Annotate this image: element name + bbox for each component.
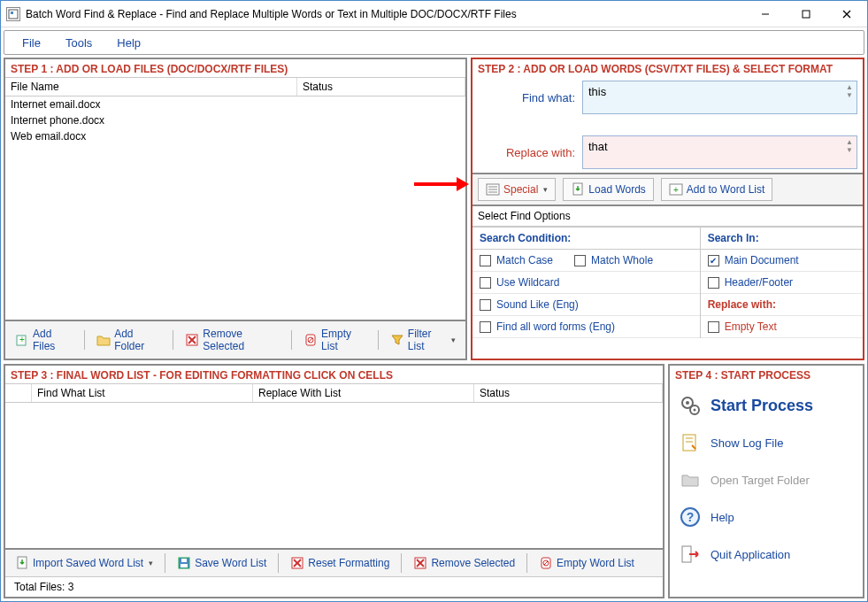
replace-with-input[interactable]: that▲▼	[582, 135, 857, 169]
save-word-list-button[interactable]: Save Word List	[171, 552, 273, 574]
help-icon: ?	[679, 506, 702, 529]
filter-list-button[interactable]: Filter List▾	[384, 324, 462, 356]
load-icon	[571, 182, 585, 197]
file-row[interactable]: Web email.docx	[5, 128, 465, 144]
svg-text:+: +	[19, 335, 25, 344]
col-status[interactable]: Status	[297, 78, 465, 96]
step4-title: STEP 4 : START PROCESS	[670, 366, 863, 383]
work-area: STEP 1 : ADD OR LOAD FILES (DOC/DOCX/RTF…	[1, 58, 867, 601]
match-case-label: Match Case	[496, 254, 553, 266]
svg-text:+: +	[673, 185, 679, 195]
find-all-forms-checkbox[interactable]	[480, 321, 491, 333]
col-replace-with[interactable]: Replace With List	[253, 384, 474, 402]
start-process-button[interactable]: Start Process	[672, 387, 861, 424]
arrow-icon	[412, 174, 469, 194]
add-to-word-list-button[interactable]: +Add to Word List	[661, 178, 773, 201]
empty-word-list-button[interactable]: Empty Word List	[533, 552, 641, 574]
svg-rect-1	[11, 12, 13, 14]
folder-icon	[96, 333, 111, 347]
open-target-folder-button[interactable]: Open Target Folder	[672, 461, 861, 498]
menu-help[interactable]: Help	[104, 33, 153, 53]
step3-grid-body	[5, 403, 663, 548]
col-status[interactable]: Status	[474, 384, 663, 402]
empty-text-checkbox[interactable]	[708, 321, 719, 333]
file-row[interactable]: Internet phone.docx	[5, 112, 465, 128]
import-icon	[15, 556, 29, 570]
filter-icon	[390, 333, 404, 347]
match-case-checkbox[interactable]	[480, 255, 491, 266]
main-doc-label: Main Document	[725, 254, 799, 266]
step1-grid-header: File Name Status	[5, 77, 465, 96]
file-row[interactable]: Internet email.docx	[5, 96, 465, 112]
help-button[interactable]: ? Help	[672, 498, 861, 536]
options-title: Select Find Options	[472, 206, 863, 227]
svg-marker-15	[457, 177, 469, 191]
replace-with-value: that	[588, 140, 608, 153]
special-button[interactable]: Special▾	[478, 178, 556, 201]
header-footer-label: Header/Footer	[725, 276, 793, 289]
spinner-icon[interactable]: ▲▼	[844, 83, 855, 112]
quit-button[interactable]: Quit Application	[672, 536, 861, 573]
search-condition-head: Search Condition:	[472, 228, 700, 250]
reset-formatting-button[interactable]: Reset Formatting	[284, 552, 396, 574]
add-files-button[interactable]: +Add Files	[9, 324, 79, 356]
col-find-what[interactable]: Find What List	[32, 384, 253, 402]
menu-bar: File Tools Help	[4, 30, 864, 55]
use-wildcard-label: Use Wildcard	[496, 276, 559, 289]
step3-grid-header: Find What List Replace With List Status	[5, 383, 663, 403]
find-what-value: this	[588, 85, 606, 98]
import-word-list-button[interactable]: Import Saved Word List▾	[9, 552, 159, 574]
menu-tools[interactable]: Tools	[53, 33, 104, 53]
step1-toolbar: +Add Files Add Folder Remove Selected Em…	[5, 320, 465, 359]
svg-point-39	[694, 409, 696, 412]
add-folder-button[interactable]: Add Folder	[90, 324, 167, 356]
step2-toolbar: Special▾ Load Words +Add to Word List	[472, 173, 863, 206]
col-file-name[interactable]: File Name	[5, 78, 297, 96]
spinner-icon[interactable]: ▲▼	[844, 138, 855, 166]
use-wildcard-checkbox[interactable]	[480, 277, 491, 289]
panel-step3: STEP 3 : FINAL WORD LIST - FOR EDITING F…	[4, 364, 664, 598]
add-list-icon: +	[669, 182, 683, 197]
sound-like-label: Sound Like (Eng)	[496, 298, 579, 311]
menu-file[interactable]: File	[10, 33, 53, 53]
panel-step2: STEP 2 : ADD OR LOAD WORDS (CSV/TXT FILE…	[471, 58, 864, 360]
svg-rect-3	[803, 11, 810, 18]
minimize-button[interactable]	[745, 1, 786, 27]
find-what-label: Find what:	[478, 91, 575, 104]
col-selector[interactable]	[5, 384, 32, 402]
step1-title: STEP 1 : ADD OR LOAD FILES (DOC/DOCX/RTF…	[5, 59, 465, 77]
header-footer-checkbox[interactable]	[708, 277, 719, 289]
load-words-button[interactable]: Load Words	[563, 178, 653, 201]
window-title: Batch Word Find & Replace - Find and Rep…	[26, 8, 745, 20]
search-in-head: Search In:	[701, 228, 863, 250]
remove-selected-button-2[interactable]: Remove Selected	[407, 552, 521, 574]
show-log-button[interactable]: Show Log File	[672, 424, 861, 461]
match-whole-checkbox[interactable]	[574, 255, 586, 266]
window-buttons	[745, 1, 867, 27]
main-doc-checkbox[interactable]: ✔	[708, 255, 719, 266]
chevron-down-icon: ▾	[543, 185, 548, 194]
find-what-input[interactable]: this▲▼	[582, 81, 857, 114]
empty-icon	[539, 556, 553, 570]
empty-icon	[303, 333, 318, 347]
log-icon	[679, 431, 702, 454]
save-icon	[177, 556, 191, 570]
exit-icon	[679, 543, 702, 566]
step3-title: STEP 3 : FINAL WORD LIST - FOR EDITING F…	[5, 366, 663, 383]
empty-list-button[interactable]: Empty List	[297, 324, 373, 356]
step3-toolbar: Import Saved Word List▾ Save Word List R…	[5, 548, 663, 576]
maximize-button[interactable]	[786, 1, 826, 27]
panel-step1: STEP 1 : ADD OR LOAD FILES (DOC/DOCX/RTF…	[4, 58, 467, 360]
folder-open-icon	[679, 468, 702, 491]
chevron-down-icon: ▾	[451, 336, 456, 344]
match-whole-label: Match Whole	[591, 254, 653, 266]
options-grid: Search Condition: Match Case Match Whole…	[472, 227, 863, 338]
total-files-label: Total Files: 3	[5, 576, 663, 597]
step1-grid-body: Internet email.docx Internet phone.docx …	[5, 96, 465, 320]
add-files-icon: +	[15, 333, 29, 347]
svg-rect-26	[181, 559, 187, 562]
title-bar: Batch Word Find & Replace - Find and Rep…	[1, 1, 867, 27]
sound-like-checkbox[interactable]	[480, 299, 491, 311]
close-button[interactable]	[826, 1, 867, 27]
remove-selected-button[interactable]: Remove Selected	[179, 324, 286, 356]
